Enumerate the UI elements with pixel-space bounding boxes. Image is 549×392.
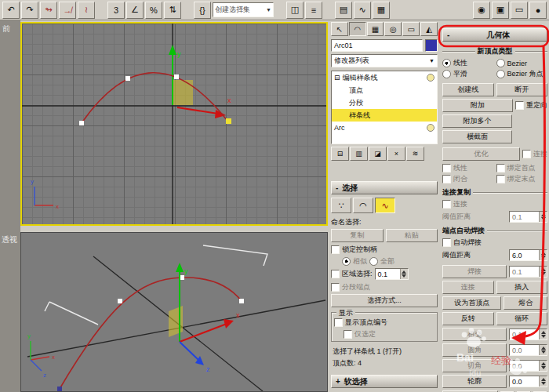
- gizmo-z-axis[interactable]: [180, 342, 198, 360]
- spinner-arrows[interactable]: [539, 250, 547, 260]
- cross-insert-field[interactable]: 0.1: [509, 328, 547, 340]
- vertex-mode-icon[interactable]: ∵: [331, 198, 351, 213]
- arc-vertex[interactable]: [79, 121, 84, 125]
- visibility-bulb-icon[interactable]: [427, 124, 434, 132]
- show-end-result-icon[interactable]: ▥: [350, 147, 368, 161]
- perspective-viewport[interactable]: y x z x y z: [20, 232, 328, 392]
- fillet-button[interactable]: 圆角: [442, 343, 507, 357]
- reorient-checkbox[interactable]: 重定向: [515, 100, 547, 111]
- spinner-arrows[interactable]: [539, 345, 547, 355]
- pin-stack-icon[interactable]: ⊟: [331, 147, 349, 161]
- layer-manager-icon[interactable]: ▤: [335, 2, 352, 19]
- refine-button[interactable]: 优化: [442, 147, 520, 161]
- similar-radio[interactable]: 相似: [342, 256, 367, 267]
- make-first-button[interactable]: 设为首顶点: [442, 296, 501, 310]
- percent-snap-icon[interactable]: %: [145, 2, 162, 19]
- copy-button[interactable]: 复制: [331, 229, 384, 242]
- modifier-list-dropdown[interactable]: 修改器列表 ▼: [331, 54, 438, 67]
- schematic-view-icon[interactable]: ▦: [373, 2, 390, 19]
- stack-item-segment[interactable]: 分段: [332, 96, 437, 109]
- stack-item-arc[interactable]: Arc: [332, 122, 437, 134]
- lock-handles-checkbox[interactable]: 锁定控制柄: [331, 245, 438, 255]
- stack-item-spline[interactable]: 样条线: [332, 109, 437, 122]
- weld-threshold-field[interactable]: 6.0: [509, 249, 547, 261]
- paste-button[interactable]: 粘贴: [386, 229, 438, 242]
- remove-modifier-icon[interactable]: ×: [387, 147, 405, 161]
- gizmo-x-axis[interactable]: [177, 107, 218, 114]
- create-line-button[interactable]: 创建线: [442, 83, 494, 96]
- select-and-link-icon[interactable]: ↬: [40, 2, 57, 19]
- bind-to-space-warp-icon[interactable]: ≀: [78, 2, 95, 19]
- cross-section-button[interactable]: 横截面: [442, 130, 512, 143]
- reverse-button[interactable]: 反转: [442, 312, 494, 325]
- fillet-field[interactable]: 0.0: [509, 344, 547, 356]
- align-icon[interactable]: ≡: [305, 2, 322, 19]
- threshold-field[interactable]: 0.1: [509, 211, 547, 223]
- cycle-button[interactable]: 循环: [496, 312, 548, 325]
- tab-create[interactable]: ↖: [331, 22, 348, 36]
- tab-motion[interactable]: ◎: [384, 22, 402, 36]
- attach-mult-button[interactable]: 附加多个: [442, 114, 512, 128]
- arc-vertex[interactable]: [57, 387, 62, 391]
- material-editor-icon[interactable]: ◉: [473, 2, 490, 19]
- edit-named-selection-sets-icon[interactable]: {}: [194, 2, 211, 19]
- insert-button[interactable]: 插入: [496, 281, 548, 294]
- attach-button[interactable]: 附加: [442, 99, 513, 112]
- object-color-swatch[interactable]: [425, 39, 438, 52]
- bind-last-checkbox[interactable]: 绑定末点: [496, 174, 548, 184]
- stack-item-vertex[interactable]: 顶点: [332, 84, 437, 96]
- select-by-button[interactable]: 选择方式...: [331, 294, 438, 307]
- transform-gizmo[interactable]: y x: [169, 45, 231, 118]
- chamfer-field[interactable]: 0.0: [509, 360, 547, 372]
- configure-modifier-sets-icon[interactable]: ≋: [406, 147, 424, 161]
- selected-only-checkbox[interactable]: 仅选定: [334, 329, 434, 339]
- fuse-button[interactable]: 熔合: [504, 296, 547, 310]
- render-setup-icon[interactable]: ▣: [492, 2, 509, 19]
- arc-vertex[interactable]: [174, 74, 179, 79]
- mirror-icon[interactable]: ◫: [286, 2, 304, 19]
- linear-checkbox[interactable]: 线性: [442, 163, 494, 173]
- connect-copy-checkbox[interactable]: 连接: [442, 199, 547, 209]
- tab-display[interactable]: ▭: [402, 22, 420, 36]
- angle-snap-icon[interactable]: ∠: [126, 2, 144, 19]
- front-viewport[interactable]: y x x y: [20, 22, 328, 226]
- linear-radio[interactable]: 线性: [442, 58, 494, 68]
- selection-rollout-header[interactable]: - 选择: [331, 181, 438, 194]
- spinner-arrows[interactable]: [539, 267, 547, 277]
- make-unique-icon[interactable]: ◪: [369, 147, 387, 161]
- chamfer-button[interactable]: 切角: [442, 359, 507, 372]
- outline-button[interactable]: 轮廓: [442, 375, 507, 388]
- spinner-arrows[interactable]: [539, 329, 547, 339]
- quick-render-icon[interactable]: ●: [529, 2, 547, 19]
- unlink-selection-icon[interactable]: ↛: [59, 2, 76, 19]
- smooth-radio[interactable]: 平滑: [442, 69, 494, 79]
- arc-vertex[interactable]: [239, 299, 244, 303]
- curve-editor-icon[interactable]: ∿: [354, 2, 371, 19]
- arc-vertex[interactable]: [125, 76, 130, 81]
- undo-icon[interactable]: ↶: [2, 2, 20, 19]
- weld-button[interactable]: 焊接: [442, 265, 507, 278]
- spinner-arrows[interactable]: [539, 361, 547, 371]
- bind-first-checkbox[interactable]: 绑定首点: [496, 163, 548, 173]
- auto-weld-checkbox[interactable]: 自动焊接: [442, 238, 547, 248]
- bezier-radio[interactable]: Bezier: [496, 59, 548, 67]
- render-frame-icon[interactable]: ▭: [511, 2, 528, 19]
- break-button[interactable]: 断开: [496, 83, 548, 96]
- weld-value-field[interactable]: 0.1: [509, 266, 547, 278]
- spinner-snap-icon[interactable]: ⇅: [164, 2, 181, 19]
- all-radio[interactable]: 全部: [369, 256, 394, 267]
- soft-selection-rollout-header[interactable]: + 软选择: [331, 375, 438, 388]
- spinner-arrows[interactable]: [400, 269, 408, 279]
- outline-field[interactable]: 0.0: [509, 376, 547, 387]
- snap-toggle-3d-icon[interactable]: 3: [107, 2, 125, 19]
- spline-mode-icon[interactable]: ∿: [375, 198, 395, 213]
- spinner-arrows[interactable]: [539, 212, 547, 222]
- tree-collapse-icon[interactable]: ⊟: [334, 74, 340, 82]
- named-selection-set-combo[interactable]: 创建选择集 ▼: [213, 2, 274, 17]
- area-selection-checkbox[interactable]: 区域选择:: [331, 269, 373, 279]
- redo-icon[interactable]: ↷: [21, 2, 38, 19]
- tab-modify[interactable]: ◠: [349, 22, 366, 36]
- object-name-field[interactable]: Arc01: [331, 39, 423, 52]
- show-vertex-numbers-checkbox[interactable]: 显示顶点编号: [334, 318, 434, 328]
- gizmo-plane-handle[interactable]: [173, 80, 193, 105]
